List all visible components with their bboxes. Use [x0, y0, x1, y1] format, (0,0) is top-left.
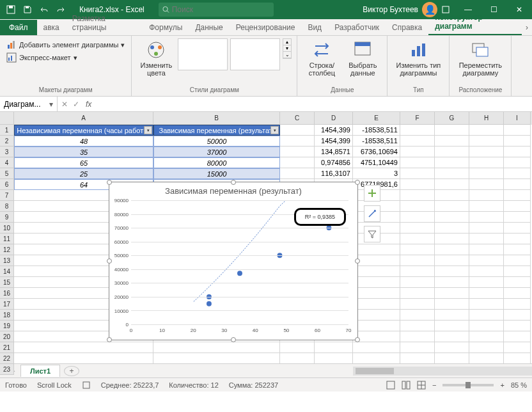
chart-r2-label[interactable]: R² = 0,9385	[294, 208, 346, 226]
cell[interactable]	[469, 342, 504, 353]
cell[interactable]	[435, 212, 469, 223]
cell[interactable]	[400, 331, 435, 342]
column-header[interactable]: G	[435, 112, 469, 125]
cell[interactable]	[400, 321, 435, 331]
cell[interactable]	[469, 321, 504, 331]
row-header[interactable]: 18	[0, 310, 14, 321]
row-header[interactable]: 1	[0, 125, 14, 136]
cell[interactable]	[469, 157, 504, 168]
cell[interactable]	[504, 244, 531, 255]
row-header[interactable]: 19	[0, 321, 14, 331]
cell[interactable]	[435, 179, 469, 190]
column-header[interactable]: D	[315, 112, 353, 125]
row-header[interactable]: 6	[0, 179, 14, 190]
filter-icon[interactable]: ▾	[144, 126, 152, 134]
row-header[interactable]: 15	[0, 277, 14, 288]
row-header[interactable]: 14	[0, 266, 14, 277]
select-all-corner[interactable]	[0, 112, 14, 125]
cell[interactable]	[469, 136, 504, 147]
column-header[interactable]: H	[469, 112, 504, 125]
cell[interactable]	[504, 157, 531, 168]
cell[interactable]	[400, 244, 435, 255]
cell[interactable]	[400, 234, 435, 244]
cell[interactable]	[504, 168, 531, 179]
cell[interactable]: 3	[353, 168, 400, 179]
cell[interactable]	[153, 353, 280, 363]
cell[interactable]	[504, 179, 531, 190]
cell[interactable]	[400, 353, 435, 363]
cell[interactable]	[353, 255, 400, 266]
cell[interactable]: 0,974856	[315, 157, 353, 168]
cell[interactable]	[14, 342, 153, 353]
row-header[interactable]: 13	[0, 255, 14, 266]
chart-style-2[interactable]	[230, 38, 280, 70]
cell[interactable]	[435, 136, 469, 147]
save-icon[interactable]	[20, 3, 35, 17]
zoom-level[interactable]: 85 %	[511, 381, 527, 389]
cell[interactable]: 48	[14, 136, 153, 147]
cell[interactable]	[280, 147, 315, 157]
cell[interactable]	[435, 234, 469, 244]
cell[interactable]	[504, 353, 531, 363]
style-gallery-nav[interactable]: ▴▾⌄	[283, 38, 292, 59]
row-header[interactable]: 10	[0, 223, 14, 234]
cell[interactable]	[353, 266, 400, 277]
cell[interactable]	[504, 125, 531, 136]
cell[interactable]	[353, 288, 400, 299]
cell[interactable]	[280, 125, 315, 136]
cell[interactable]	[435, 288, 469, 299]
cell[interactable]	[504, 342, 531, 353]
cell[interactable]	[469, 147, 504, 157]
row-header[interactable]: 23	[0, 364, 14, 375]
cell[interactable]: 6736,10694	[353, 147, 400, 157]
cell[interactable]: -18538,511	[353, 136, 400, 147]
cell[interactable]	[504, 190, 531, 201]
table-header-a[interactable]: Независимая переменная (часы работы)▾	[14, 125, 153, 136]
tab-page-layout[interactable]: Разметка страницы	[66, 11, 143, 35]
horizontal-scrollbar[interactable]	[353, 367, 532, 376]
cell[interactable]	[400, 201, 435, 212]
cell[interactable]	[435, 244, 469, 255]
row-header[interactable]: 8	[0, 201, 14, 212]
zoom-in-button[interactable]: +	[500, 381, 504, 389]
row-header[interactable]: 9	[0, 212, 14, 223]
cell[interactable]	[504, 223, 531, 234]
tab-view[interactable]: Вид	[301, 20, 328, 35]
zoom-out-button[interactable]: −	[432, 381, 436, 389]
cell[interactable]	[435, 321, 469, 331]
cell[interactable]	[353, 310, 400, 321]
cell[interactable]	[469, 179, 504, 190]
tab-developer[interactable]: Разработчик	[328, 20, 386, 35]
cell[interactable]	[435, 255, 469, 266]
cell[interactable]	[469, 125, 504, 136]
cell[interactable]	[280, 157, 315, 168]
cell[interactable]	[504, 277, 531, 288]
select-data-button[interactable]: Выбрать данные	[343, 38, 382, 78]
cell[interactable]	[400, 136, 435, 147]
tab-insert[interactable]: авка	[37, 20, 66, 35]
cell[interactable]	[504, 201, 531, 212]
cell[interactable]	[280, 353, 315, 363]
cell[interactable]	[469, 310, 504, 321]
cell[interactable]	[504, 331, 531, 342]
cell[interactable]: 116,3107	[315, 168, 353, 179]
cell[interactable]	[504, 147, 531, 157]
tab-formulas[interactable]: Формулы	[143, 20, 189, 35]
change-colors-button[interactable]: Изменить цвета	[137, 38, 175, 78]
cell[interactable]	[400, 179, 435, 190]
tab-file[interactable]: Файл	[0, 20, 37, 35]
cell[interactable]	[435, 331, 469, 342]
cell[interactable]	[435, 223, 469, 234]
cell[interactable]: 37000	[153, 147, 280, 157]
tab-data[interactable]: Данные	[189, 20, 229, 35]
add-sheet-button[interactable]: +	[64, 366, 79, 376]
cell[interactable]	[469, 201, 504, 212]
cancel-formula-icon[interactable]: ✕	[61, 100, 68, 109]
change-chart-type-button[interactable]: Изменить тип диаграммы	[393, 38, 444, 78]
cell[interactable]	[353, 342, 400, 353]
row-header[interactable]: 7	[0, 190, 14, 201]
view-page-layout-icon[interactable]	[402, 381, 411, 390]
cell[interactable]	[353, 277, 400, 288]
cell[interactable]	[504, 136, 531, 147]
cell[interactable]	[400, 157, 435, 168]
